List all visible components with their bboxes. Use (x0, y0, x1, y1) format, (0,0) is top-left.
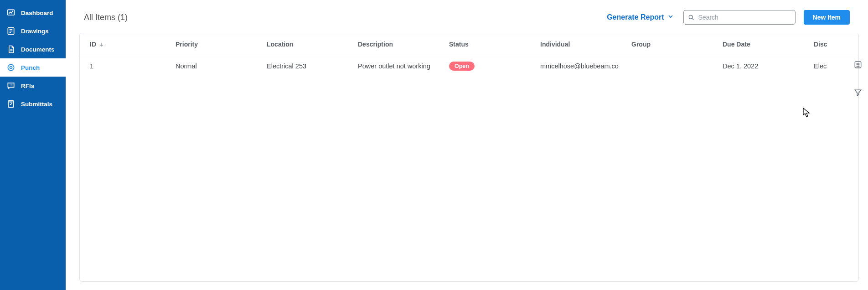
table-header-row: ID Priority Location Description Status (80, 33, 858, 55)
sidebar: Dashboard Drawings Documents Punch RFIs (0, 0, 66, 290)
search-input[interactable] (683, 10, 796, 25)
col-header-location[interactable]: Location (262, 41, 353, 48)
col-header-label: Individual (540, 41, 570, 48)
cell-location: Electrical 253 (262, 62, 353, 70)
col-header-label: Due Date (723, 41, 750, 48)
col-header-due-date[interactable]: Due Date (718, 41, 809, 48)
col-header-label: Disc (814, 41, 827, 48)
col-header-label: Location (267, 41, 293, 48)
documents-icon (6, 45, 16, 54)
sidebar-item-label: Submittals (21, 101, 52, 108)
search-wrap (683, 10, 796, 25)
dashboard-icon (6, 8, 16, 17)
sidebar-item-rfis[interactable]: RFIs (0, 77, 66, 95)
cell-individual: mmcelhose@bluebeam.co (536, 62, 627, 70)
col-header-label: Status (449, 41, 469, 48)
chevron-down-icon (667, 13, 674, 22)
search-icon (687, 14, 695, 21)
col-header-group[interactable]: Group (627, 41, 718, 48)
sidebar-item-label: Punch (21, 64, 40, 71)
sidebar-item-punch[interactable]: Punch (0, 58, 66, 77)
sidebar-item-submittals[interactable]: Submittals (0, 95, 66, 113)
filter-icon (853, 92, 863, 98)
app-root: Dashboard Drawings Documents Punch RFIs (0, 0, 868, 290)
col-header-individual[interactable]: Individual (536, 41, 627, 48)
sidebar-item-documents[interactable]: Documents (0, 40, 66, 58)
sidebar-item-drawings[interactable]: Drawings (0, 22, 66, 40)
sidebar-item-dashboard[interactable]: Dashboard (0, 4, 66, 22)
cell-description: Power outlet not working (353, 62, 444, 70)
cell-due-date: Dec 1, 2022 (718, 62, 809, 70)
svg-point-5 (689, 15, 692, 19)
cell-status: Open (444, 62, 536, 71)
generate-report-label: Generate Report (607, 13, 664, 21)
col-header-status[interactable]: Status (444, 41, 536, 48)
col-header-priority[interactable]: Priority (171, 41, 262, 48)
columns-icon (853, 64, 863, 71)
sidebar-item-label: Documents (21, 46, 55, 53)
new-item-button[interactable]: New Item (804, 10, 850, 25)
sidebar-item-label: Dashboard (21, 10, 53, 16)
page-title: All Items (1) (84, 13, 128, 22)
generate-report-button[interactable]: Generate Report (607, 13, 674, 22)
svg-point-2 (8, 64, 14, 70)
topbar: All Items (1) Generate Report New Item (66, 0, 868, 33)
right-rail (852, 58, 864, 100)
col-header-description[interactable]: Description (353, 41, 444, 48)
columns-button[interactable] (852, 58, 864, 72)
punch-icon (6, 63, 16, 72)
filter-button[interactable] (852, 86, 864, 100)
svg-point-3 (10, 67, 12, 69)
sort-down-icon (99, 41, 104, 47)
cell-id: 1 (80, 62, 171, 70)
table-row[interactable]: 1 Normal Electrical 253 Power outlet not… (80, 55, 858, 77)
submittals-icon (6, 99, 16, 109)
sidebar-item-label: RFIs (21, 83, 34, 89)
col-header-label: ID (90, 41, 96, 48)
main: All Items (1) Generate Report New Item I… (66, 0, 868, 290)
rfis-icon (6, 81, 16, 90)
col-header-label: Description (358, 41, 393, 48)
cell-discipline: Elec (809, 62, 846, 70)
col-header-label: Priority (176, 41, 198, 48)
drawings-icon (6, 26, 16, 36)
sidebar-item-label: Drawings (21, 28, 49, 35)
col-header-label: Group (631, 41, 651, 48)
table: ID Priority Location Description Status (79, 33, 859, 282)
col-header-discipline[interactable]: Disc (809, 41, 846, 48)
col-header-id[interactable]: ID (80, 41, 171, 48)
cell-priority: Normal (171, 62, 262, 70)
status-badge: Open (449, 62, 475, 71)
